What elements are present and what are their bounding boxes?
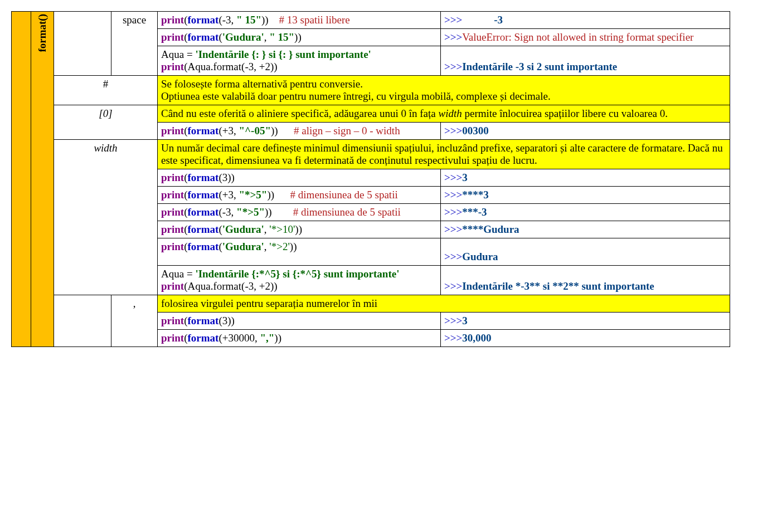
width-description: Un număr decimal care definește minimul … xyxy=(158,140,730,169)
output-cell: >>>30,000 xyxy=(441,330,730,347)
function-name: format() xyxy=(36,14,48,52)
output-cell: >>>3 xyxy=(441,169,730,187)
output-cell: >>>3 xyxy=(441,313,730,330)
output-cell: >>>Indentările -3 si 2 sunt importante xyxy=(441,46,730,76)
option-hash: # xyxy=(54,76,158,105)
output-cell: >>>***-3 xyxy=(441,204,730,221)
output-cell: >>>****3 xyxy=(441,187,730,204)
code-cell: Aqua = 'Indentările {:*^5} si {:*^5} sun… xyxy=(158,266,441,295)
code-cell: print(format(+3, "^-05")) # align – sign… xyxy=(158,123,441,140)
option-space: space xyxy=(111,12,158,76)
output-cell: >>>Indentările *-3** si **2** sunt impor… xyxy=(441,266,730,295)
code-cell: print(format(3)) xyxy=(158,169,441,187)
output-cell: >>>Gudura xyxy=(441,238,730,266)
code-cell: print(format(+3, "*>5")) # dimensiunea d… xyxy=(158,187,441,204)
function-name-cell: format() xyxy=(31,12,54,347)
option-empty xyxy=(54,12,111,76)
code-cell: print(format('Gudura', " 15")) xyxy=(158,29,441,46)
side-stripe xyxy=(12,12,31,347)
format-spec-table: format() space print(format(-3, " 15")) … xyxy=(11,11,730,347)
code-cell: print(format('Gudura', '*>10')) xyxy=(158,221,441,238)
code-cell: print(format(-3, "*>5")) # dimensiunea d… xyxy=(158,204,441,221)
output-cell: >>>00300 xyxy=(441,123,730,140)
option-zero: [0] xyxy=(54,105,158,140)
option-empty xyxy=(54,295,111,347)
option-comma: , xyxy=(111,295,158,347)
zero-description: Când nu este oferită o aliniere specific… xyxy=(158,105,730,123)
output-cell: >>> -3 xyxy=(441,12,730,29)
option-width: width xyxy=(54,140,158,295)
output-cell: >>>****Gudura xyxy=(441,221,730,238)
hash-description: Se folosește forma alternativă pentru co… xyxy=(158,76,730,105)
code-cell: print(format(3)) xyxy=(158,313,441,330)
code-cell: print(format(+30000, ",")) xyxy=(158,330,441,347)
code-cell: print(format('Gudura', '*>2')) xyxy=(158,238,441,266)
code-cell: print(format(-3, " 15")) # 13 spatii lib… xyxy=(158,12,441,29)
output-cell: >>>ValueError: Sign not allowed in strin… xyxy=(441,29,730,46)
comma-description: folosirea virgulei pentru separația nume… xyxy=(158,295,730,313)
code-cell: Aqua = 'Indentările {: } si {: } sunt im… xyxy=(158,46,441,76)
